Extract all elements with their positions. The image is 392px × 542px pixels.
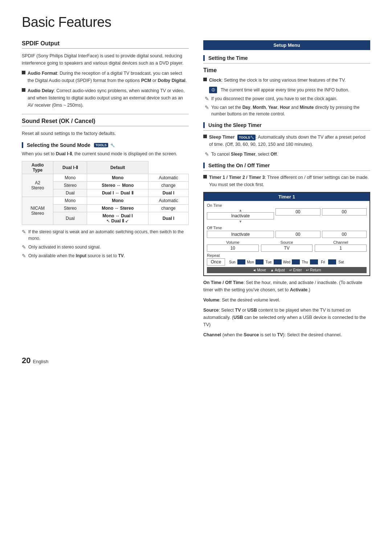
- setting-time-title: Setting the Time: [203, 55, 370, 61]
- timer-box: Timer 1 On Time ▲ Inactivate ▼ 00: [203, 192, 370, 276]
- note-text-1: If the stereo signal is weak and an auto…: [28, 229, 189, 242]
- nav-adjust: ▲ Adjust: [270, 268, 285, 272]
- source-col: Source TV: [261, 240, 313, 252]
- table-cell: Mono: [87, 174, 148, 182]
- clock-bullet-text: Clock: Setting the clock is for using va…: [209, 77, 346, 84]
- volume-value[interactable]: 10: [207, 245, 259, 252]
- day-wed: Wed: [283, 260, 291, 264]
- repeat-label: Repeat: [207, 253, 367, 258]
- day-mon-box[interactable]: [256, 259, 264, 264]
- on-off-timer-title: Setting the On / Off Timer: [203, 163, 370, 168]
- off-time-row: Off Time Inactivate 00 00: [207, 226, 367, 238]
- bullet-sleep-icon: [203, 135, 207, 138]
- table-cell: Dual I: [148, 212, 189, 225]
- clock-note-1: ✎ If you disconnect the power cord, you …: [205, 95, 370, 102]
- timer-desc-1: On Time / Off Time: Set the hour, minute…: [203, 279, 370, 293]
- bullet-timer-icon: [203, 175, 207, 178]
- clock-bullet: Clock: Setting the clock is for using va…: [203, 77, 370, 84]
- tools-badge-sleep: TOOLS🔧: [237, 135, 256, 140]
- table-cell: Dual I ↔ Dual Ⅱ: [87, 189, 148, 197]
- sound-mode-desc: When you set to Dual I-Ⅱ, the current so…: [22, 150, 189, 157]
- table-cell: Automatic: [148, 174, 189, 182]
- day-sun-box[interactable]: [237, 259, 245, 264]
- timer-desc-3: Source: Select TV or USB content to be p…: [203, 307, 370, 328]
- note-text-3: Only available when the Input source is …: [28, 252, 125, 259]
- bar-accent-sleep-icon: [203, 122, 205, 128]
- note-clock-icon-1: ✎: [205, 96, 209, 102]
- on-time-cells: ▲ Inactivate ▼ 00 00: [207, 208, 367, 223]
- bar-accent-time-icon: [203, 55, 205, 61]
- bar-accent-icon: [22, 142, 23, 148]
- sound-mode-table: AudioType Dual I-Ⅱ Default A2Stereo Mono…: [22, 161, 189, 225]
- table-row: A2Stereo Mono Mono Automatic: [22, 174, 189, 182]
- table-cell: Stereo: [53, 182, 87, 189]
- channel-value[interactable]: 1: [315, 245, 367, 252]
- on-time-row: On Time ▲ Inactivate ▼ 00 00: [207, 203, 367, 223]
- nav-move: ◄ Move: [253, 268, 266, 272]
- off-time-cells: Inactivate 00 00: [207, 231, 367, 238]
- spdif-bullet-2-text: Audio Delay: Correct audio-video sync pr…: [28, 87, 189, 109]
- timer-box-title: Timer 1: [204, 193, 369, 201]
- vol-src-ch-row: Volume 10 Source TV Channel 1: [207, 240, 367, 252]
- timer-bullet-text: Timer 1 / Timer 2 / Timer 3: Three diffe…: [209, 174, 370, 188]
- setting-time-section: Setting the Time Time Clock: Setting the…: [203, 55, 370, 117]
- spdif-bullet-2: Audio Delay: Correct audio-video sync pr…: [22, 87, 189, 109]
- timer-days-row: Once Sun Mon Tue Wed Thu Fri: [207, 258, 367, 266]
- sleep-bullet: Sleep Timer TOOLS🔧: Automatically shuts …: [203, 134, 370, 148]
- source-value[interactable]: TV: [261, 245, 313, 252]
- off-time-min[interactable]: 00: [322, 231, 367, 238]
- repeat-once[interactable]: Once: [207, 258, 225, 266]
- table-cell: Automatic: [148, 197, 189, 205]
- channel-label: Channel: [315, 240, 367, 245]
- repeat-row: Repeat Once Sun Mon Tue Wed Thu: [207, 253, 367, 266]
- spdif-title: SPDIF Output: [22, 40, 189, 49]
- on-off-timer-section: Setting the On / Off Timer Timer 1 / Tim…: [203, 163, 370, 338]
- info-note-1: ⓘ The current time will appear every tim…: [209, 87, 370, 93]
- on-time-inactive[interactable]: Inactivate: [207, 212, 274, 219]
- day-thu-box[interactable]: [310, 259, 318, 264]
- spdif-bullet-1: Audio Format: During the reception of a …: [22, 70, 189, 84]
- day-fri: Fri: [319, 260, 327, 264]
- on-time-label: On Time: [207, 203, 367, 208]
- spdif-section: SPDIF Output SPDIF (Sony Philips Digital…: [22, 40, 189, 109]
- bullet-icon-2: [22, 88, 25, 92]
- off-time-inactive[interactable]: Inactivate: [207, 231, 274, 238]
- day-fri-box[interactable]: [328, 259, 336, 264]
- off-time-hour[interactable]: 00: [275, 231, 320, 238]
- page-footer: 20 English: [22, 356, 370, 365]
- time-subsection: Time Clock: Setting the clock is for usi…: [203, 67, 370, 117]
- timer-bullet: Timer 1 / Timer 2 / Timer 3: Three diffe…: [203, 174, 370, 188]
- on-time-min[interactable]: 00: [322, 208, 367, 215]
- info-note-text-1: The current time will appear every time …: [221, 87, 349, 93]
- sound-mode-title: Selecting the Sound Mode TOOLS 🔧: [22, 142, 189, 148]
- info-box-icon-1: ⓘ: [209, 87, 217, 93]
- sound-reset-section: Sound Reset (OK / Cancel) Reset all soun…: [22, 118, 189, 137]
- left-column: SPDIF Output SPDIF (Sony Philips Digital…: [22, 40, 189, 341]
- sleep-note: ✎ To cancel Sleep Timer, select Off.: [205, 151, 370, 157]
- day-tue-box[interactable]: [274, 259, 282, 264]
- clock-note-text-1: If you disconnect the power cord, you ha…: [211, 95, 338, 102]
- table-cell: Mono: [53, 197, 87, 205]
- table-row: NICAMStereo Mono Mono Automatic: [22, 197, 189, 205]
- bullet-clock-icon: [203, 78, 207, 81]
- table-cell-a2: A2Stereo: [22, 174, 53, 197]
- volume-col: Volume 10: [207, 240, 259, 252]
- table-header-dual: Dual I-Ⅱ: [53, 161, 87, 174]
- note-item-1: ✎ If the stereo signal is weak and an au…: [22, 229, 189, 242]
- bar-accent-timer-icon: [203, 163, 205, 168]
- tools-badge: TOOLS: [94, 143, 108, 147]
- channel-col: Channel 1: [315, 240, 367, 252]
- sleep-timer-title: Using the Sleep Timer: [203, 122, 370, 128]
- sound-mode-section: Selecting the Sound Mode TOOLS 🔧 When yo…: [22, 142, 189, 259]
- on-time-hour[interactable]: 00: [275, 208, 320, 215]
- table-cell: Mono: [87, 197, 148, 205]
- table-cell: Mono ↔ Stereo: [87, 205, 148, 212]
- volume-label: Volume: [207, 240, 259, 245]
- sleep-timer-section: Using the Sleep Timer Sleep Timer TOOLS🔧…: [203, 122, 370, 157]
- day-wed-box[interactable]: [292, 259, 300, 264]
- note-clock-icon-2: ✎: [205, 104, 209, 110]
- source-label: Source: [261, 240, 313, 245]
- note-pencil-icon: ✎: [22, 229, 26, 235]
- table-cell: Stereo: [53, 205, 87, 212]
- page-title: Basic Features: [22, 15, 370, 30]
